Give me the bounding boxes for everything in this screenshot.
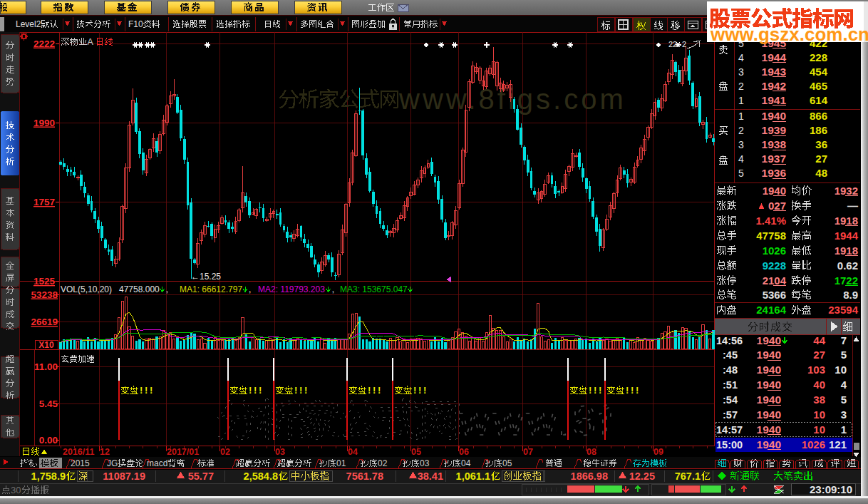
svg-text:30: 30: [11, 485, 21, 495]
svg-text:103: 103: [807, 364, 825, 376]
svg-text:4: 4: [738, 153, 744, 165]
svg-text:X10: X10: [38, 340, 54, 350]
svg-text:2015: 2015: [71, 458, 90, 468]
svg-text:Level2: Level2: [16, 19, 41, 29]
svg-text:23:09:10: 23:09:10: [810, 483, 852, 495]
svg-text:!: !: [413, 385, 416, 396]
svg-text:!: !: [631, 385, 634, 396]
svg-text:11087.19: 11087.19: [103, 470, 145, 482]
svg-text:03: 03: [420, 458, 430, 468]
svg-text:!: !: [304, 385, 307, 396]
svg-text:1026: 1026: [802, 438, 825, 451]
svg-text:1944: 1944: [835, 230, 859, 242]
svg-text:8.9: 8.9: [843, 289, 858, 301]
svg-text:121: 121: [829, 438, 847, 451]
svg-text:5.45: 5.45: [39, 398, 58, 409]
svg-text:MA3: 153675.047: MA3: 153675.047: [340, 284, 408, 294]
svg-text:F10: F10: [128, 19, 143, 29]
svg-text:02: 02: [220, 447, 230, 457]
svg-text:14:56: 14:56: [716, 335, 743, 346]
svg-text:40: 40: [813, 379, 825, 391]
svg-text:228: 228: [810, 51, 827, 63]
svg-text:1940: 1940: [757, 349, 781, 361]
svg-text:47758: 47758: [756, 230, 786, 242]
svg-text:454: 454: [810, 66, 828, 78]
svg-text:1940: 1940: [757, 334, 781, 346]
svg-text:01: 01: [336, 458, 346, 468]
svg-text:38.41: 38.41: [418, 470, 443, 482]
svg-text:1932: 1932: [835, 185, 858, 197]
svg-text:15:00: 15:00: [716, 439, 743, 451]
svg-text:2222: 2222: [33, 38, 55, 49]
svg-text:1: 1: [738, 110, 744, 122]
svg-text:26619: 26619: [31, 317, 58, 327]
svg-text:1938: 1938: [762, 138, 787, 150]
svg-text:1943: 1943: [762, 66, 787, 78]
svg-text:!: !: [378, 385, 381, 396]
svg-text:1942: 1942: [762, 80, 786, 92]
svg-text:09: 09: [653, 447, 663, 457]
svg-text:38: 38: [813, 394, 825, 406]
svg-text:!: !: [423, 385, 426, 396]
svg-text:07: 07: [523, 447, 533, 457]
svg-text:!: !: [145, 385, 148, 396]
svg-text:2,584.8: 2,584.8: [244, 470, 278, 482]
svg-text:!: !: [599, 385, 601, 396]
svg-text:5: 5: [841, 394, 847, 406]
svg-text:3: 3: [738, 66, 744, 78]
svg-text:27: 27: [813, 349, 825, 361]
svg-text:614: 614: [810, 94, 828, 106]
svg-text:!: !: [259, 385, 262, 396]
svg-text:1,758.9: 1,758.9: [31, 470, 66, 482]
svg-text:!: !: [254, 385, 257, 396]
svg-text:!: !: [294, 385, 297, 396]
svg-text:1937: 1937: [762, 153, 786, 165]
svg-text:53238: 53238: [31, 289, 58, 300]
svg-text:08: 08: [587, 447, 596, 457]
svg-text::51: :51: [723, 379, 738, 391]
svg-text:2017/01: 2017/01: [167, 447, 199, 457]
svg-text::54: :54: [723, 394, 738, 406]
svg-text:10: 10: [835, 364, 847, 376]
svg-text:!: !: [589, 385, 591, 396]
svg-text:1757: 1757: [33, 197, 55, 207]
svg-text::57: :57: [723, 409, 738, 421]
svg-text:!: !: [626, 385, 629, 396]
svg-text:186: 186: [810, 124, 827, 136]
svg-text:5366: 5366: [763, 289, 786, 301]
svg-text:48: 48: [815, 167, 827, 179]
svg-text:—: —: [847, 200, 858, 212]
svg-text:5: 5: [738, 168, 744, 179]
svg-text:←15.25: ←15.25: [191, 272, 221, 282]
svg-text:1: 1: [738, 95, 744, 106]
svg-text:05: 05: [502, 458, 512, 468]
svg-text:MA2: 119793.203: MA2: 119793.203: [258, 284, 325, 294]
svg-text:27: 27: [815, 153, 827, 165]
svg-text:!: !: [249, 385, 252, 396]
svg-text:3: 3: [738, 139, 744, 150]
svg-text:1722: 1722: [835, 274, 858, 287]
svg-text:1940: 1940: [763, 185, 786, 197]
svg-text:!: !: [373, 385, 376, 396]
svg-text:1918: 1918: [835, 245, 858, 257]
svg-text:,: ,: [166, 284, 168, 294]
svg-text:1940: 1940: [762, 110, 786, 122]
svg-text:!: !: [299, 385, 302, 396]
svg-text:!: !: [594, 385, 596, 396]
svg-text:1990: 1990: [33, 118, 55, 128]
svg-text:!: !: [636, 385, 639, 396]
svg-text:1,061.1: 1,061.1: [456, 470, 490, 482]
svg-text:0.62: 0.62: [837, 259, 858, 272]
svg-text:1.41%: 1.41%: [755, 215, 786, 227]
svg-text:A: A: [88, 37, 94, 47]
svg-text::45: :45: [723, 349, 738, 361]
svg-text:1: 1: [841, 423, 847, 436]
svg-text:027: 027: [768, 200, 786, 212]
svg-text:1940: 1940: [757, 438, 781, 451]
svg-text:3: 3: [841, 408, 847, 421]
svg-text:1940: 1940: [757, 408, 781, 421]
svg-text:!: !: [150, 385, 153, 396]
svg-text:JG: JG: [107, 458, 118, 468]
svg-text:www.gszx.com.cn: www.gszx.com.cn: [710, 24, 868, 45]
svg-text:www.8f: www.8f: [459, 397, 614, 443]
